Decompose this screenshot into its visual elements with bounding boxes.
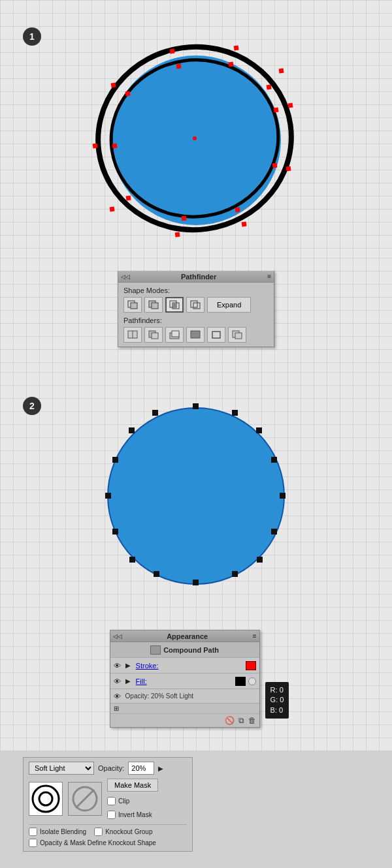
opacity-input[interactable] bbox=[128, 762, 154, 775]
opacity-label[interactable]: Opacity: 20% Soft Light bbox=[125, 692, 194, 700]
opacity-mask-row: Opacity & Mask Define Knockout Shape bbox=[29, 839, 187, 847]
expand-icon[interactable]: ⊞ bbox=[114, 705, 119, 712]
fill-arrow[interactable]: ▶ bbox=[125, 677, 133, 685]
compound-path-row: Compound Path bbox=[110, 642, 259, 658]
trim-btn[interactable] bbox=[144, 327, 163, 343]
panel-no-icon[interactable]: 🚫 bbox=[225, 716, 235, 725]
appearance-panel: ◁◁ Appearance ≡ Compound Path 👁 ▶ Stroke… bbox=[110, 630, 260, 728]
svg-rect-46 bbox=[129, 427, 135, 433]
isolate-blending-checkbox[interactable] bbox=[29, 828, 37, 836]
center-point bbox=[193, 136, 197, 140]
knockout-group-label: Knockout Group bbox=[105, 828, 152, 835]
fill-label[interactable]: Fill: bbox=[136, 677, 233, 685]
svg-rect-6 bbox=[111, 82, 116, 87]
outline-btn[interactable] bbox=[207, 327, 225, 343]
mask-controls: Make Mask Clip Invert Mask bbox=[107, 779, 158, 819]
opacity-row[interactable]: 👁 Opacity: 20% Soft Light bbox=[110, 689, 259, 704]
svg-rect-26 bbox=[172, 303, 176, 307]
stroke-arrow: ▶ bbox=[125, 662, 133, 669]
appearance-title: Appearance bbox=[167, 632, 208, 640]
svg-rect-49 bbox=[271, 529, 277, 535]
intersect-btn[interactable] bbox=[165, 297, 184, 313]
expand-btn[interactable]: Expand bbox=[207, 297, 251, 313]
fill-visibility-icon[interactable]: 👁 bbox=[114, 677, 123, 685]
svg-rect-54 bbox=[152, 410, 158, 416]
svg-rect-35 bbox=[191, 331, 200, 338]
pathfinder-menu-icon[interactable]: ≡ bbox=[267, 273, 271, 280]
merge-btn[interactable] bbox=[165, 327, 184, 343]
svg-rect-1 bbox=[286, 166, 291, 171]
step-badge-2: 2 bbox=[23, 397, 41, 415]
svg-rect-40 bbox=[256, 427, 262, 433]
shape-modes-row: Expand bbox=[123, 297, 269, 313]
opacity-arrow[interactable]: ▶ bbox=[158, 765, 163, 772]
pathfinder-panel: ◁◁ Pathfinder ≡ Shape Modes: bbox=[118, 271, 274, 347]
appearance-collapse-icon[interactable]: ◁◁ bbox=[113, 633, 122, 640]
crop-btn[interactable] bbox=[186, 327, 204, 343]
isolate-blending-label: Isolate Blending bbox=[40, 828, 86, 835]
circle-svg-2 bbox=[98, 398, 294, 594]
svg-rect-14 bbox=[126, 195, 131, 200]
minus-back-btn[interactable] bbox=[228, 327, 246, 343]
pathfinder-titlebar: ◁◁ Pathfinder ≡ bbox=[118, 271, 274, 283]
appearance-section: ◁◁ Appearance ≡ Compound Path 👁 ▶ Stroke… bbox=[0, 620, 392, 751]
svg-rect-5 bbox=[93, 143, 98, 148]
svg-rect-38 bbox=[235, 333, 242, 339]
expand-row: ⊞ bbox=[110, 704, 259, 714]
svg-rect-4 bbox=[110, 206, 115, 211]
panel-delete-icon[interactable]: 🗑 bbox=[248, 716, 256, 725]
pathfinder-section: ◁◁ Pathfinder ≡ Shape Modes: bbox=[0, 258, 392, 372]
mask-preview bbox=[29, 782, 63, 816]
svg-rect-8 bbox=[234, 45, 239, 50]
no-symbol-line bbox=[76, 790, 94, 808]
unite-btn[interactable] bbox=[123, 297, 142, 313]
exclude-btn[interactable] bbox=[186, 297, 204, 313]
svg-rect-3 bbox=[175, 232, 180, 237]
pathfinder-collapse-icon[interactable]: ◁◁ bbox=[121, 273, 130, 280]
svg-rect-36 bbox=[212, 332, 220, 338]
appearance-menu-icon[interactable]: ≡ bbox=[253, 632, 257, 640]
isolate-blending-row: Isolate Blending Knockout Group bbox=[29, 828, 187, 836]
svg-rect-18 bbox=[229, 61, 234, 67]
fill-slider-indicator bbox=[248, 677, 256, 685]
fill-color-swatch[interactable] bbox=[235, 677, 246, 686]
tooltip-b: B: 0 bbox=[270, 705, 284, 715]
svg-rect-43 bbox=[193, 580, 199, 585]
svg-rect-50 bbox=[232, 571, 238, 577]
opacity-visibility-icon[interactable]: 👁 bbox=[114, 692, 123, 700]
svg-rect-23 bbox=[152, 303, 158, 309]
clip-checkbox[interactable] bbox=[107, 797, 116, 805]
stroke-label[interactable]: Stroke: bbox=[136, 662, 243, 670]
minus-front-btn[interactable] bbox=[144, 297, 163, 313]
clip-row: Clip bbox=[107, 797, 158, 805]
pathfinder-title: Pathfinder bbox=[181, 273, 216, 281]
invert-mask-label: Invert Mask bbox=[118, 811, 152, 818]
mask-circle-inner bbox=[39, 792, 52, 805]
svg-rect-17 bbox=[176, 63, 182, 69]
tooltip-r: R: 0 bbox=[270, 685, 284, 695]
svg-rect-15 bbox=[112, 143, 118, 148]
fill-row[interactable]: 👁 ▶ Fill: bbox=[110, 674, 259, 689]
opacity-label-2: Opacity: bbox=[98, 764, 124, 772]
svg-rect-11 bbox=[272, 163, 278, 168]
divide-btn[interactable] bbox=[123, 327, 142, 343]
invert-mask-checkbox[interactable] bbox=[107, 811, 116, 819]
tooltip-g: G: 0 bbox=[270, 695, 284, 705]
knockout-group-checkbox[interactable] bbox=[94, 828, 103, 836]
stroke-visibility-icon[interactable]: 👁 bbox=[114, 662, 123, 670]
canvas-section-1: 1 bbox=[0, 0, 392, 258]
divider bbox=[29, 824, 187, 825]
opacity-mask-checkbox[interactable] bbox=[29, 839, 37, 847]
blend-mode-row: Soft Light Opacity: ▶ bbox=[29, 762, 187, 775]
make-mask-btn[interactable]: Make Mask bbox=[107, 779, 158, 792]
circles-svg-1 bbox=[85, 33, 307, 241]
blend-mode-select[interactable]: Soft Light bbox=[29, 762, 94, 775]
pathfinders-label: Pathfinders: bbox=[123, 317, 269, 324]
stroke-color-swatch[interactable] bbox=[246, 661, 256, 670]
svg-rect-16 bbox=[125, 91, 131, 96]
panel-copy-icon[interactable]: ⧉ bbox=[238, 716, 244, 725]
svg-rect-34 bbox=[172, 331, 179, 337]
pathfinders-row bbox=[123, 327, 269, 343]
color-tooltip: R: 0 G: 0 B: 0 bbox=[265, 682, 289, 719]
stroke-row[interactable]: 👁 ▶ Stroke: bbox=[110, 658, 259, 674]
